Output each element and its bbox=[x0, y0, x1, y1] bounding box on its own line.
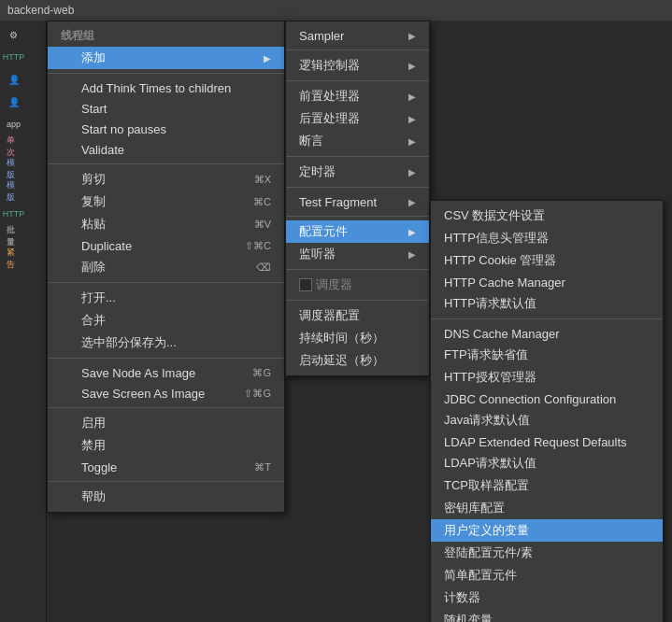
pre-processor-arrow: ▶ bbox=[408, 92, 416, 102]
menu-item-help[interactable]: 帮助 bbox=[48, 486, 284, 508]
sidebar-item-thread-group[interactable]: ⚙ bbox=[3, 24, 44, 45]
sidebar-item-http[interactable]: HTTP bbox=[3, 47, 44, 67]
menu-item-save-node[interactable]: Save Node As Image ⌘G bbox=[48, 362, 284, 383]
config-counter[interactable]: 计数器 bbox=[431, 587, 663, 609]
config-element-arrow: ▶ bbox=[408, 227, 416, 237]
menu-item-paste[interactable]: 粘贴 ⌘V bbox=[48, 213, 284, 235]
submenu-config: CSV 数据文件设置 HTTP信息头管理器 HTTP Cookie 管理器 HT… bbox=[430, 200, 664, 622]
duplicate-label: Duplicate bbox=[81, 239, 132, 253]
sidebar-item-http2[interactable]: HTTP bbox=[3, 204, 44, 224]
app-icon: app bbox=[7, 117, 21, 132]
assertion-label: 断言 bbox=[299, 133, 323, 149]
menu-item-open[interactable]: 打开... bbox=[48, 287, 284, 309]
listener-label: 监听器 bbox=[299, 246, 336, 262]
paste-shortcut: ⌘V bbox=[254, 219, 271, 231]
config-http-auth[interactable]: HTTP授权管理器 bbox=[431, 366, 663, 389]
submenu-post-processor[interactable]: 后置处理器 ▶ bbox=[286, 107, 429, 130]
config-random-var[interactable]: 随机变量 bbox=[431, 609, 663, 622]
template2-icon: 模版 bbox=[7, 184, 21, 199]
separator-4 bbox=[48, 358, 284, 359]
sidebar-item-template1[interactable]: 模版 bbox=[3, 159, 44, 179]
config-ldap-extended[interactable]: LDAP Extended Request Defaults bbox=[431, 431, 663, 452]
menu-item-add-think-times[interactable]: Add Think Times to children bbox=[48, 78, 284, 98]
menu-item-toggle[interactable]: Toggle ⌘T bbox=[48, 457, 284, 477]
config-ldap-default[interactable]: LDAP请求默认值 bbox=[431, 452, 663, 474]
enable-label: 启用 bbox=[81, 415, 106, 431]
config-user-defined[interactable]: 用户定义的变量 bbox=[431, 519, 663, 542]
separator-6 bbox=[48, 481, 284, 482]
submenu-sampler[interactable]: Sampler ▶ bbox=[286, 25, 429, 46]
submenu-config-element[interactable]: 配置元件 ▶ bbox=[286, 220, 429, 243]
config-element-label: 配置元件 bbox=[299, 223, 348, 240]
menu-item-start-no-pauses[interactable]: Start no pauses bbox=[48, 119, 284, 139]
sidebar-item-warn[interactable]: 紧告 bbox=[3, 248, 44, 269]
menu-item-start[interactable]: Start bbox=[48, 98, 284, 119]
sidebar-item-template2[interactable]: 模版 bbox=[3, 181, 44, 202]
sidebar-item-app[interactable]: app bbox=[3, 114, 44, 134]
disable-label: 禁用 bbox=[81, 437, 106, 454]
add-think-times-label: Add Think Times to children bbox=[81, 81, 231, 95]
config-tcp-sampler[interactable]: TCP取样器配置 bbox=[431, 474, 663, 497]
config-ftp-default[interactable]: FTP请求缺省值 bbox=[431, 344, 663, 366]
startup-delay-label: 启动延迟（秒） bbox=[299, 352, 384, 369]
sidebar-item-batch[interactable]: 批量 bbox=[3, 226, 44, 247]
debug-checkbox[interactable] bbox=[299, 278, 312, 291]
menu-item-duplicate[interactable]: Duplicate ⇧⌘C bbox=[48, 235, 284, 256]
warn-icon: 紧告 bbox=[7, 251, 21, 266]
config-csv[interactable]: CSV 数据文件设置 bbox=[431, 205, 663, 227]
sub-sep-4 bbox=[286, 187, 429, 188]
validate-label: Validate bbox=[81, 143, 124, 157]
menu-item-merge[interactable]: 合并 bbox=[48, 309, 284, 332]
context-menu-level1: 线程组 添加 ▶ Add Think Times to children Sta… bbox=[47, 21, 285, 513]
menu-item-save-selection[interactable]: 选中部分保存为... bbox=[48, 332, 284, 354]
test-fragment-arrow: ▶ bbox=[408, 197, 416, 207]
config-http-header[interactable]: HTTP信息头管理器 bbox=[431, 227, 663, 249]
config-login[interactable]: 登陆配置元件/素 bbox=[431, 542, 663, 564]
config-http-cache[interactable]: HTTP Cache Manager bbox=[431, 272, 663, 292]
sidebar-item-user1[interactable]: 👤 bbox=[3, 69, 44, 90]
cut-label: 剪切 bbox=[81, 171, 106, 188]
sidebar-item-single[interactable]: 单次 bbox=[3, 136, 44, 157]
config-http-default[interactable]: HTTP请求默认值 bbox=[431, 292, 663, 315]
submenu-scheduler-config[interactable]: 调度器配置 bbox=[286, 304, 429, 327]
submenu-timer[interactable]: 定时器 ▶ bbox=[286, 161, 429, 183]
config-dns-cache[interactable]: DNS Cache Manager bbox=[431, 323, 663, 344]
sub-sep-1 bbox=[286, 49, 429, 50]
user-defined-label: 用户定义的变量 bbox=[444, 522, 529, 539]
logic-ctrl-label: 逻辑控制器 bbox=[299, 57, 360, 74]
duplicate-shortcut: ⇧⌘C bbox=[245, 240, 271, 252]
menu-item-delete[interactable]: 副除 ⌫ bbox=[48, 256, 284, 278]
save-selection-label: 选中部分保存为... bbox=[81, 334, 177, 351]
submenu-startup-delay[interactable]: 启动延迟（秒） bbox=[286, 349, 429, 372]
save-node-label: Save Node As Image bbox=[81, 366, 195, 380]
save-screen-label: Save Screen As Image bbox=[81, 387, 205, 401]
submenu-assertion[interactable]: 断言 ▶ bbox=[286, 130, 429, 152]
config-http-cookie[interactable]: HTTP Cookie 管理器 bbox=[431, 249, 663, 272]
menu-item-add[interactable]: 添加 ▶ bbox=[48, 47, 284, 69]
config-keystore[interactable]: 密钥库配置 bbox=[431, 497, 663, 519]
menu-item-cut[interactable]: 剪切 ⌘X bbox=[48, 168, 284, 191]
config-java-default[interactable]: Java请求默认值 bbox=[431, 409, 663, 431]
menu-item-enable[interactable]: 启用 bbox=[48, 412, 284, 434]
config-jdbc[interactable]: JDBC Connection Configuration bbox=[431, 389, 663, 409]
submenu-logic-ctrl[interactable]: 逻辑控制器 ▶ bbox=[286, 54, 429, 77]
menu-item-validate[interactable]: Validate bbox=[48, 139, 284, 160]
ldap-default-label: LDAP请求默认值 bbox=[444, 455, 536, 472]
duration-label2: 持续时间（秒） bbox=[299, 330, 384, 346]
copy-shortcut: ⌘C bbox=[253, 196, 271, 208]
sidebar-item-user2[interactable]: 👤 bbox=[3, 92, 44, 112]
counter-label: 计数器 bbox=[444, 589, 480, 606]
submenu-test-fragment[interactable]: Test Fragment ▶ bbox=[286, 191, 429, 212]
paste-label: 粘贴 bbox=[81, 216, 106, 233]
sampler-label: Sampler bbox=[299, 29, 344, 43]
menu-item-disable[interactable]: 禁用 bbox=[48, 434, 284, 457]
java-default-label: Java请求默认值 bbox=[444, 412, 530, 429]
submenu-listener[interactable]: 监听器 ▶ bbox=[286, 243, 429, 265]
menu-item-copy[interactable]: 复制 ⌘C bbox=[48, 191, 284, 213]
config-simple[interactable]: 简单配置元件 bbox=[431, 564, 663, 587]
timer-label: 定时器 bbox=[299, 163, 336, 180]
submenu-duration[interactable]: 持续时间（秒） bbox=[286, 327, 429, 349]
submenu-pre-processor[interactable]: 前置处理器 ▶ bbox=[286, 85, 429, 107]
batch-icon: 批量 bbox=[7, 229, 21, 244]
menu-item-save-screen[interactable]: Save Screen As Image ⇧⌘G bbox=[48, 383, 284, 403]
